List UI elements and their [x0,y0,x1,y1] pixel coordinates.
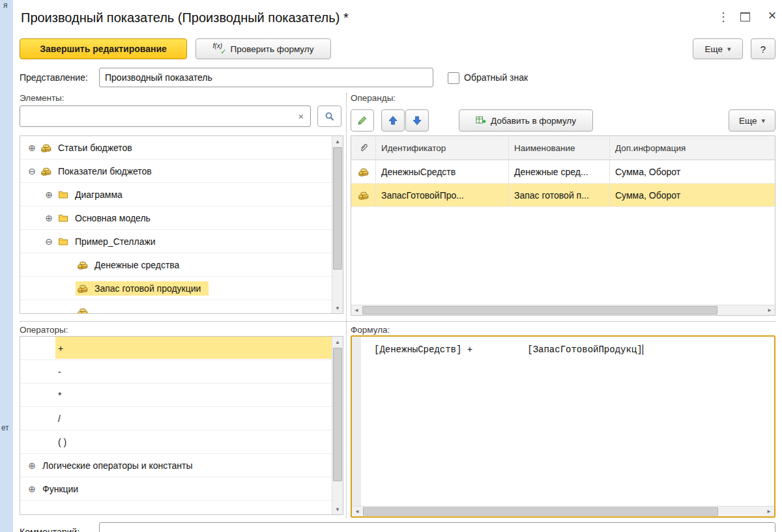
more-button-top[interactable]: Еще ▾ [693,38,743,59]
search-input[interactable] [20,105,311,127]
scrollbar-thumb[interactable] [363,507,718,516]
chevron-down-icon: ▾ [761,117,765,125]
presentation-input[interactable] [99,68,433,87]
window-menu-icon[interactable]: ⋮ [716,9,731,25]
scroll-down-icon[interactable]: ▼ [332,303,343,313]
operator-group-functions[interactable]: ⊕ Функции [20,477,333,501]
scrollbar-thumb[interactable] [333,147,342,270]
table-row-selected[interactable]: ЗапасГотовойПро... Запас готовой п... Су… [351,184,775,207]
expand-icon[interactable]: ⊕ [44,213,54,223]
table-row[interactable]: ДенежныСредств Денежные сред... Сумма, О… [351,160,775,184]
tree-scrollbar[interactable]: ▲ ▼ [332,136,343,313]
indicator-icon [358,167,369,177]
tree-item-label: Статьи бюджетов [58,143,132,153]
tree-item-label: Основная модель [75,213,151,223]
formula-gutter [352,337,361,506]
operator-item[interactable]: * [20,384,333,407]
collapse-icon[interactable]: ⊖ [27,166,37,176]
horizontal-splitter[interactable] [20,321,775,322]
tree-item[interactable]: ⊖ Показатели бюджетов [20,160,333,183]
fx-check-icon: f(x)✓ [213,44,226,54]
operator-group-label: Логические операторы и константы [42,460,193,471]
comment-input[interactable] [99,522,775,532]
expand-icon[interactable]: ⊕ [27,460,37,471]
operator-item-selected[interactable]: + [20,337,333,360]
operator-group-label: Функции [42,484,78,494]
elements-tree: ⊕ Статьи бюджетов ⊖ Показатели бюджетов … [20,135,343,314]
scroll-right-icon[interactable]: ► [764,507,774,516]
selection-highlight: Запас готовой продукции [76,281,209,296]
tree-item[interactable]: ⊖ Пример_Стеллажи [20,230,333,253]
add-to-formula-label: Добавить в формулу [491,116,576,126]
scrollbar-thumb[interactable] [362,306,717,315]
collapse-icon[interactable]: ⊖ [44,236,54,247]
scroll-down-icon[interactable]: ▼ [332,504,343,514]
column-header-identifier[interactable]: Идентификатор [376,136,509,160]
table-horizontal-scrollbar[interactable]: ◄ ► [351,305,775,315]
vertical-splitter[interactable] [346,93,347,518]
folder-icon [58,236,68,247]
pencil-icon [357,115,368,126]
background-fragment: ет [1,423,9,432]
expand-icon[interactable]: ⊕ [27,484,37,494]
expand-icon[interactable]: ⊕ [44,189,54,200]
arrow-down-icon [412,115,422,126]
cell-name: Запас готовой п... [509,184,610,206]
search-icon [325,111,335,122]
formula-editor[interactable]: [ДенежныСредств] + [ЗапасГотовойПродукц]… [351,335,775,518]
tree-item[interactable] [20,300,333,314]
column-header-info[interactable]: Доп.информация [610,136,775,160]
tree-item-label: Запас готовой продукции [94,283,201,294]
clear-icon[interactable]: × [295,109,308,123]
maximize-icon[interactable] [740,12,750,21]
edit-operand-button[interactable] [351,109,374,132]
indicator-icon [78,260,88,270]
tree-item[interactable]: ⊕ Статьи бюджетов [20,136,333,160]
help-button[interactable]: ? [751,38,775,59]
operator-label: - [58,367,61,377]
scroll-left-icon[interactable]: ◄ [351,305,362,315]
paperclip-column-header[interactable] [351,136,376,160]
operator-item[interactable]: ( ) [20,430,333,454]
tree-item-label: Диаграмма [75,189,123,200]
operator-label: * [58,390,61,400]
elements-section-label: Элементы: [20,93,65,103]
scroll-up-icon[interactable]: ▲ [332,337,343,347]
tree-item-label: Денежные средства [94,260,179,270]
indicator-icon [358,190,369,201]
operators-section-label: Операторы: [20,325,68,335]
inverse-sign-label: Обратный знак [464,67,528,88]
operators-scrollbar[interactable]: ▲ ▼ [332,337,343,514]
tree-item[interactable]: ⊕ Основная модель [20,206,333,230]
move-down-button[interactable] [405,109,429,132]
expand-icon[interactable]: ⊕ [27,143,37,153]
scrollbar-thumb[interactable] [333,348,342,481]
tree-item[interactable]: ⊕ Диаграмма [20,183,333,206]
indicator-icon [41,143,51,153]
finish-editing-button[interactable]: Завершить редактирование [20,38,187,59]
operator-item[interactable]: / [20,407,333,430]
scroll-left-icon[interactable]: ◄ [352,507,362,516]
formula-horizontal-scrollbar[interactable]: ◄ ► [352,506,774,516]
close-icon[interactable]: × [764,7,781,24]
inverse-sign-checkbox[interactable] [448,72,459,84]
cell-name: Денежные сред... [509,160,610,183]
tree-item[interactable]: Денежные средства [20,253,333,277]
more-button-operands[interactable]: Еще ▾ [729,109,775,132]
formula-text[interactable]: [ДенежныСредств] + [ЗапасГотовойПродукц] [361,344,773,355]
comment-label: Комментарий: [20,522,80,532]
column-header-name[interactable]: Наименование [509,136,610,160]
scroll-right-icon[interactable]: ► [764,305,775,315]
add-to-formula-button[interactable]: Добавить в формулу [459,109,593,132]
text-cursor [643,344,643,355]
search-button[interactable] [317,105,341,127]
scroll-up-icon[interactable]: ▲ [332,136,343,147]
folder-icon [58,189,68,200]
check-formula-button[interactable]: f(x)✓ Проверить формулу [195,38,331,59]
operator-item[interactable]: - [20,360,333,384]
cell-identifier: ЗапасГотовойПро... [376,184,509,206]
operator-group-logical[interactable]: ⊕ Логические операторы и константы [20,454,333,477]
tree-item-selected[interactable]: Запас готовой продукции [20,277,333,300]
move-up-button[interactable] [381,109,405,132]
check-formula-label: Проверить формулу [231,44,314,54]
